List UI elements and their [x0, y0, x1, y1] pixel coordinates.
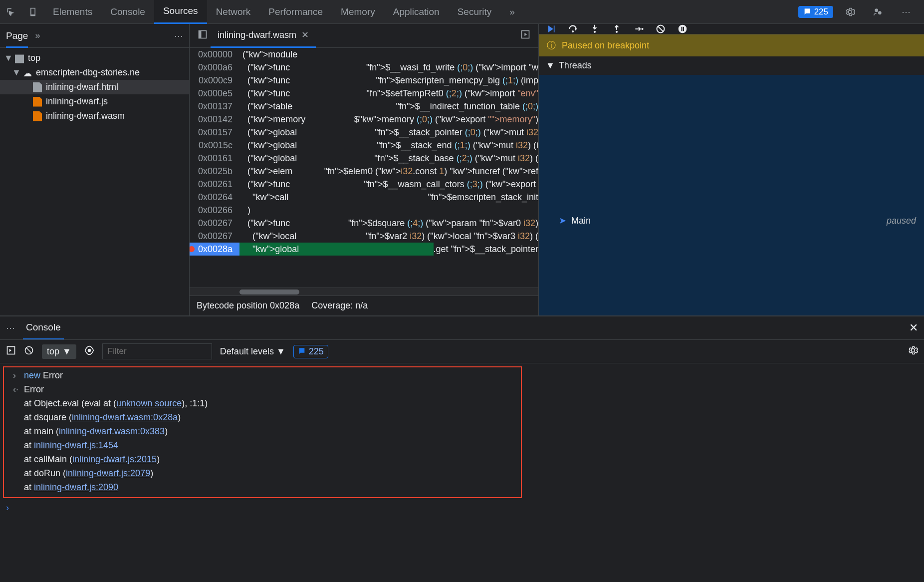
code-line[interactable]: 0x0015c ("kw">global "fn">$__stack_end (…: [190, 139, 538, 152]
tree-file-html[interactable]: inlining-dwarf.html: [0, 80, 189, 94]
code-line[interactable]: 0x000e5 ("kw">func "fn">$setTempRet0 (;2…: [190, 87, 538, 100]
code-line[interactable]: 0x00264 "kw">call "fn">$emscripten_stack…: [190, 191, 538, 204]
svg-point-11: [679, 25, 687, 33]
tab-console[interactable]: Console: [101, 0, 154, 24]
editor-pane: inlining-dwarf.wasm✕ 0x00000("kw">module…: [190, 24, 539, 315]
clear-console-icon[interactable]: [24, 345, 34, 358]
info-icon: ⓘ: [547, 39, 556, 51]
coverage-status: Coverage: n/a: [311, 300, 368, 311]
device-icon[interactable]: [26, 5, 40, 19]
navigator-pane: Page » ⋯ ▼top ▼☁emscripten-dbg-stories.n…: [0, 24, 190, 315]
level-selector[interactable]: Default levels ▼: [220, 346, 285, 357]
more-icon[interactable]: ⋯: [899, 5, 913, 19]
code-line[interactable]: 0x00161 ("kw">global "fn">$__stack_base …: [190, 152, 538, 165]
console-sidebar-icon[interactable]: [6, 345, 16, 358]
devtools-tab-bar: ElementsConsoleSourcesNetworkPerformance…: [0, 0, 924, 24]
debug-toolbar: [539, 24, 924, 34]
svg-rect-13: [683, 27, 684, 31]
stack-frame: at dsquare (inlining-dwarf.wasm:0x28a): [7, 410, 518, 424]
svg-rect-5: [554, 25, 555, 32]
step-icon[interactable]: [634, 24, 644, 34]
code-line[interactable]: 0x0028a "kw">global.get "fn">$__stack_po…: [190, 243, 538, 256]
tree-file-js[interactable]: inlining-dwarf.js: [0, 94, 189, 109]
tab-memory[interactable]: Memory: [332, 0, 384, 24]
source-link[interactable]: inlining-dwarf.wasm:0x383: [59, 426, 165, 436]
context-selector[interactable]: top ▼: [42, 344, 76, 359]
source-link[interactable]: unknown source: [116, 398, 182, 408]
source-link[interactable]: inlining-dwarf.js:2079: [66, 468, 150, 478]
code-line[interactable]: 0x0025b ("kw">elem "fn">$elem0 ("kw">i32…: [190, 165, 538, 178]
console-issues-badge[interactable]: 225: [293, 345, 328, 358]
inspect-icon[interactable]: [4, 5, 18, 19]
code-line[interactable]: 0x00157 ("kw">global "fn">$__stack_point…: [190, 126, 538, 139]
code-line[interactable]: 0x000c9 ("kw">func "fn">$emscripten_memc…: [190, 74, 538, 87]
tab-security[interactable]: Security: [449, 0, 501, 24]
close-tab-icon[interactable]: ✕: [301, 29, 309, 40]
svg-point-6: [572, 30, 574, 32]
deactivate-bp-icon[interactable]: [656, 24, 666, 34]
toggle-nav-icon[interactable]: [198, 29, 208, 42]
code-editor[interactable]: 0x00000("kw">module0x000a6 ("kw">func "f…: [190, 48, 538, 288]
tab-elements[interactable]: Elements: [44, 0, 101, 24]
step-over-icon[interactable]: [568, 24, 578, 34]
svg-point-0: [875, 8, 878, 12]
paused-banner: ⓘPaused on breakpoint: [539, 34, 924, 56]
file-tab[interactable]: inlining-dwarf.wasm✕: [211, 24, 316, 48]
code-line[interactable]: 0x00267 ("kw">local "fn">$var2 i32) ("kw…: [190, 230, 538, 243]
tab-network[interactable]: Network: [207, 0, 260, 24]
bytecode-position: Bytecode position 0x028a: [197, 300, 299, 311]
issues-badge[interactable]: 225: [798, 6, 833, 18]
svg-rect-12: [682, 27, 683, 31]
pause-exceptions-icon[interactable]: [678, 24, 688, 34]
filter-input[interactable]: [102, 343, 212, 359]
error-highlight: ›new Error ‹·Error at Object.eval (eval …: [3, 366, 522, 498]
account-icon[interactable]: [871, 5, 885, 19]
scrollbar[interactable]: [190, 288, 538, 295]
nav-overflow[interactable]: »: [35, 30, 40, 41]
code-line[interactable]: 0x00266 ): [190, 204, 538, 217]
source-link[interactable]: inlining-dwarf.wasm:0x28a: [72, 412, 178, 422]
editor-status-bar: Bytecode position 0x028a Coverage: n/a: [190, 295, 538, 315]
tree-top[interactable]: ▼top: [0, 51, 189, 65]
console-tab[interactable]: Console: [23, 316, 64, 340]
tab-sources[interactable]: Sources: [154, 0, 207, 24]
tabs-overflow[interactable]: »: [500, 0, 524, 24]
svg-point-1: [878, 11, 882, 14]
stack-frame: at inlining-dwarf.js:2090: [7, 480, 518, 494]
tab-application[interactable]: Application: [384, 0, 449, 24]
nav-more-icon[interactable]: ⋯: [174, 30, 183, 41]
settings-icon[interactable]: [843, 5, 857, 19]
code-line[interactable]: 0x00000("kw">module: [190, 48, 538, 61]
tree-file-wasm[interactable]: inlining-dwarf.wasm: [0, 109, 189, 123]
stack-frame: at Object.eval (eval at (unknown source)…: [7, 396, 518, 410]
source-link[interactable]: inlining-dwarf.js:2090: [34, 482, 118, 492]
code-line[interactable]: 0x000a6 ("kw">func "fn">$__wasi_fd_write…: [190, 61, 538, 74]
code-line[interactable]: 0x00142 ("kw">memory $"kw">memory (;0;) …: [190, 113, 538, 126]
thread-main[interactable]: ➤Mainpaused: [539, 75, 924, 315]
close-drawer-icon[interactable]: ✕: [909, 321, 918, 334]
drawer-more-icon[interactable]: ⋯: [6, 322, 15, 333]
console-output: ›new Error ‹·Error at Object.eval (eval …: [0, 363, 924, 582]
source-link[interactable]: inlining-dwarf.js:2015: [72, 454, 157, 464]
stack-frame: at callMain (inlining-dwarf.js:2015): [7, 452, 518, 466]
stack-frame: at doRun (inlining-dwarf.js:2079): [7, 466, 518, 480]
live-expression-icon[interactable]: [84, 345, 94, 358]
source-link[interactable]: inlining-dwarf.js:1454: [34, 440, 118, 450]
code-line[interactable]: 0x00137 ("kw">table "fn">$__indirect_fun…: [190, 100, 538, 113]
code-line[interactable]: 0x00261 ("kw">func "fn">$__wasm_call_cto…: [190, 178, 538, 191]
console-settings-icon[interactable]: [908, 345, 918, 358]
console-toolbar: top ▼ Default levels ▼ 225: [0, 339, 924, 363]
tree-domain[interactable]: ▼☁emscripten-dbg-stories.ne: [0, 65, 189, 80]
console-prompt[interactable]: ›: [0, 499, 924, 516]
step-out-icon[interactable]: [612, 24, 622, 34]
stack-frame: at main (inlining-dwarf.wasm:0x383): [7, 424, 518, 438]
step-into-icon[interactable]: [590, 24, 600, 34]
resume-icon[interactable]: [546, 24, 556, 34]
tab-performance[interactable]: Performance: [259, 0, 332, 24]
svg-point-7: [594, 31, 596, 33]
svg-point-9: [641, 28, 643, 30]
threads-section[interactable]: ▼Threads: [539, 56, 924, 75]
page-tab[interactable]: Page: [6, 24, 28, 48]
toggle-debug-icon[interactable]: [520, 29, 530, 42]
code-line[interactable]: 0x00267 ("kw">func "fn">$dsquare (;4;) (…: [190, 217, 538, 230]
